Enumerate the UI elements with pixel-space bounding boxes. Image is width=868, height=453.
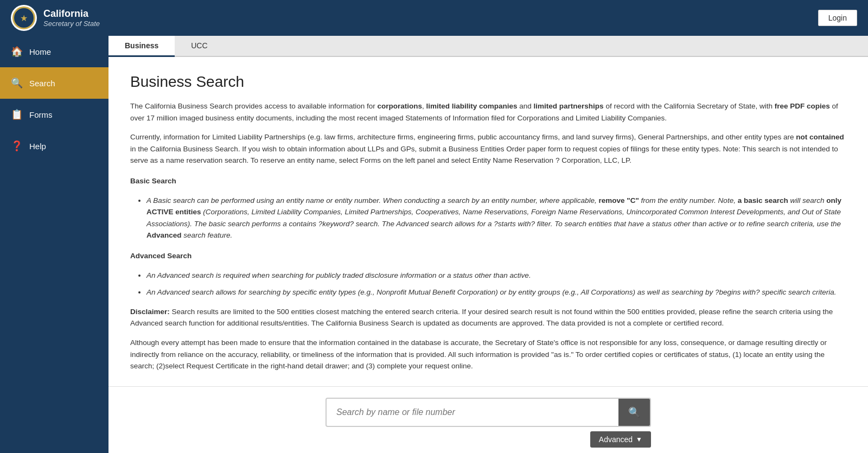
advanced-search-list: An Advanced search is required when sear… xyxy=(146,270,846,298)
sidebar-item-help-label: Help xyxy=(29,142,46,151)
accuracy-paragraph: Although every attempt has been made to … xyxy=(130,337,846,372)
chevron-down-icon: ▼ xyxy=(636,436,642,443)
advanced-search-label: Advanced xyxy=(599,435,633,444)
search-input[interactable] xyxy=(327,400,618,425)
sidebar-item-home[interactable]: 🏠 Home xyxy=(0,36,108,67)
tab-ucc[interactable]: UCC xyxy=(175,36,224,57)
advanced-bullet-2: An Advanced search allows for searching … xyxy=(146,286,846,298)
tab-business[interactable]: Business xyxy=(108,36,175,57)
sidebar-item-forms-label: Forms xyxy=(29,110,53,119)
basic-search-list: A Basic search can be performed using an… xyxy=(146,195,846,241)
sidebar: 🏠 Home 🔍 Search 📋 Forms ❓ Help xyxy=(0,36,108,453)
search-submit-icon: 🔍 xyxy=(628,407,640,418)
sidebar-item-forms[interactable]: 📋 Forms xyxy=(0,99,108,130)
sidebar-item-search-label: Search xyxy=(29,79,55,88)
login-button[interactable]: Login xyxy=(818,10,857,26)
intro-paragraph: The California Business Search provides … xyxy=(130,100,846,124)
header: ★ California Secretary of State Login xyxy=(0,0,868,36)
search-bar-row: 🔍 xyxy=(326,398,651,427)
tabs-bar: Business UCC xyxy=(108,36,868,57)
seal-star-icon: ★ xyxy=(20,13,28,23)
advanced-search-button[interactable]: Advanced ▼ xyxy=(590,431,651,448)
help-icon: ❓ xyxy=(11,140,23,152)
search-icon: 🔍 xyxy=(11,77,23,89)
basic-search-bullet: A Basic search can be performed using an… xyxy=(146,195,846,241)
disclaimer-paragraph: Disclaimer: Search results are limited t… xyxy=(130,306,846,329)
advanced-bullet-1: An Advanced search is required when sear… xyxy=(146,270,846,282)
advanced-search-heading: Advanced Search xyxy=(130,250,846,262)
advanced-row: Advanced ▼ xyxy=(326,431,651,448)
llp-notice-paragraph: Currently, information for Limited Liabi… xyxy=(130,131,846,167)
layout: 🏠 Home 🔍 Search 📋 Forms ❓ Help Business … xyxy=(0,36,868,453)
main-area: Business UCC Business Search The Califor… xyxy=(108,36,868,453)
header-title-main: California xyxy=(43,8,100,20)
content-area: Business Search The California Business … xyxy=(108,57,868,386)
search-bar-wrapper: 🔍 Advanced ▼ xyxy=(108,386,868,453)
header-title-sub: Secretary of State xyxy=(43,20,100,28)
basic-search-heading: Basic Search xyxy=(130,175,846,187)
sidebar-item-search[interactable]: 🔍 Search xyxy=(0,67,108,99)
header-left: ★ California Secretary of State xyxy=(11,5,100,31)
search-submit-button[interactable]: 🔍 xyxy=(618,399,650,426)
seal-inner: ★ xyxy=(12,7,35,29)
forms-icon: 📋 xyxy=(11,109,23,120)
seal-logo: ★ xyxy=(11,5,37,31)
home-icon: 🏠 xyxy=(11,46,23,58)
header-title: California Secretary of State xyxy=(43,8,100,28)
sidebar-item-home-label: Home xyxy=(29,47,51,56)
page-title: Business Search xyxy=(130,73,846,91)
sidebar-item-help[interactable]: ❓ Help xyxy=(0,130,108,162)
